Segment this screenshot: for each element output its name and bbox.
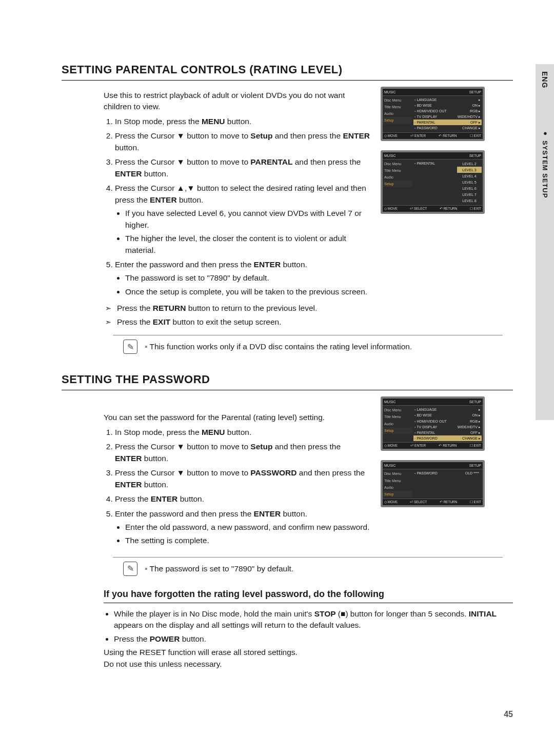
divider (113, 335, 503, 335)
s2-step2: Press the Cursor ▼ button to move to Set… (115, 441, 370, 464)
section2-title: SETTING THE PASSWORD (62, 371, 513, 390)
section1-steps: In Stop mode, press the MENU button. Pre… (104, 116, 370, 298)
s1-step4-sub2: The higher the level, the closer the con… (125, 233, 370, 256)
note-icon: ✎ (123, 562, 137, 576)
s3-bullet1: While the player is in No Disc mode, hol… (114, 608, 513, 631)
s1-step5-sub1: The password is set to "7890" by default… (125, 272, 370, 284)
s1-step3: Press the Cursor ▼ button to move to PAR… (115, 156, 370, 180)
s2-step5-sub1: Enter the old password, a new password, … (125, 522, 370, 533)
s3-line1: Using the RESET function will erase all … (104, 647, 513, 658)
s2-step1: In Stop mode, press the MENU button. (115, 427, 370, 438)
s1-return: ➣ Press the RETURN button to return to t… (104, 303, 370, 314)
osd-password-entry: MUSICSETUP Disc Menu Title Menu Audio Se… (381, 460, 485, 507)
s3-line2: Do not use this unless necessary. (104, 659, 513, 670)
pointer-icon: ➣ (104, 303, 113, 313)
s1-step4: Press the Cursor ▲,▼ button to select th… (115, 183, 370, 256)
s1-step1: In Stop mode, press the MENU button. (115, 116, 370, 127)
osd-setup-parental: MUSICSETUP Disc Menu Title Menu Audio Se… (381, 87, 485, 141)
s2-step3: Press the Cursor ▼ button to move to PAS… (115, 467, 370, 490)
s2-step5-sub2: The setting is complete. (125, 535, 370, 546)
osd-setup-password: MUSICSETUP Disc Menu Title Menu Audio Se… (381, 396, 485, 451)
section1-intro: Use this to restrict playback of adult o… (62, 90, 370, 113)
section2-intro: You can set the password for the Parenta… (104, 412, 370, 423)
section2-steps: In Stop mode, press the MENU button. Pre… (104, 427, 370, 547)
s1-step2: Press the Cursor ▼ button to move to Set… (115, 130, 370, 153)
pointer-icon: ➣ (104, 317, 113, 327)
section3-title: If you have forgotten the rating level p… (104, 587, 513, 603)
s3-bullet2: Press the POWER button. (114, 633, 513, 645)
s1-note: ✎ ▪This function works only if a DVD dis… (113, 340, 503, 354)
section3-bullets: While the player is in No Disc mode, hol… (104, 608, 513, 645)
s1-step5: Enter the password and then press the EN… (115, 259, 370, 297)
section1-title: SETTING PARENTAL CONTROLS (RATING LEVEL) (62, 62, 513, 81)
s1-step5-sub2: Once the setup is complete, you will be … (125, 286, 370, 297)
s2-note: ✎ ▪The password is set to "7890" by defa… (113, 562, 503, 576)
page-number: 45 (504, 708, 513, 720)
s1-step4-sub1: If you have selected Level 6, you cannot… (125, 208, 370, 231)
s2-step5: Enter the password and then press the EN… (115, 508, 370, 547)
s1-exit: ➣ Press the EXIT button to exit the setu… (104, 316, 370, 328)
note-icon: ✎ (123, 340, 137, 354)
s2-step4: Press the ENTER button. (115, 493, 370, 505)
divider (113, 557, 503, 558)
osd-parental-levels: MUSICSETUP Disc Menu Title Menu Audio Se… (381, 150, 485, 214)
